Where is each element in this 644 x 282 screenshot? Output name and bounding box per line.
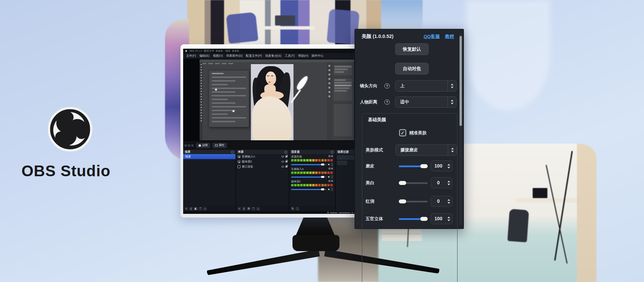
mixer-dock: 混音器 桌面音频▩▩ ⋮ <box>289 150 335 211</box>
sources-dock-header: 来源 <box>236 150 289 154</box>
menu-edit[interactable]: 编辑(E) <box>198 54 211 58</box>
skin-mode-select[interactable]: 朦胧磨皮 <box>395 144 457 156</box>
slider-handle[interactable] <box>399 199 406 203</box>
face-3d-slider[interactable] <box>399 218 428 220</box>
channel-icons[interactable]: ▩▩ <box>328 167 333 171</box>
lens-direction-select[interactable]: 上 <box>395 80 457 92</box>
captured-photoshop-window <box>200 59 354 140</box>
stepper-arrows-icon[interactable] <box>447 97 456 107</box>
smoothing-slider[interactable] <box>399 166 428 167</box>
subject-distance-select[interactable]: 适中 <box>395 96 457 108</box>
stepper-arrows-icon[interactable] <box>448 145 457 155</box>
obs-titlebar[interactable]: OBS 29.1.3 - 配置文件: 未命名 - 场景: 未命名 <box>183 49 361 53</box>
skin-mode-label: 美肤模式 <box>366 144 383 156</box>
volume-slider[interactable] <box>291 189 327 190</box>
transition-duration[interactable] <box>337 161 347 165</box>
help-icon[interactable]: ? <box>384 99 390 105</box>
stepper-arrows-icon[interactable] <box>447 81 456 91</box>
menu-docks[interactable]: 停靠部件(D) <box>225 54 245 58</box>
menu-scene-collection[interactable]: 场景集合(S) <box>264 54 283 58</box>
add-source-button[interactable]: + <box>237 207 241 210</box>
menu-plugin-center[interactable]: 插件中心 <box>310 54 325 58</box>
visibility-icon[interactable] <box>281 161 284 162</box>
remove-source-button[interactable]: ▯ <box>242 207 246 210</box>
monitor-screen: OBS 29.1.3 - 配置文件: 未命名 - 场景: 未命名 文件(F) 编… <box>183 49 361 214</box>
visibility-icon[interactable] <box>281 156 284 157</box>
mixer-options-button[interactable]: ⋮ <box>296 207 299 210</box>
subject-distance-value: 适中 <box>400 97 409 107</box>
channel-options-button[interactable]: ⋮ <box>330 187 333 191</box>
move-scene-up-button[interactable]: ⌃ <box>199 207 202 210</box>
rosiness-value: 0 <box>431 196 446 206</box>
slider-handle[interactable] <box>420 217 428 221</box>
stepper-arrows-icon[interactable] <box>447 214 450 224</box>
scene-item-selected[interactable]: 场景 <box>183 154 235 159</box>
channel-options-button[interactable]: ⋮ <box>330 162 333 167</box>
lock-icon[interactable] <box>285 166 287 168</box>
help-icon[interactable]: ? <box>384 83 390 89</box>
visibility-icon[interactable] <box>281 166 284 168</box>
properties-button[interactable]: 属性 <box>213 143 227 148</box>
volume-slider[interactable] <box>291 164 327 165</box>
dock-menu-icon[interactable] <box>331 151 333 153</box>
channel-options-button[interactable]: ⋮ <box>330 175 333 179</box>
desk-shape <box>264 26 315 30</box>
mixer-channels: 桌面音频▩▩ ⋮ 音频输入A▩▩ <box>289 154 335 206</box>
filters-button-label: 滤镜 <box>202 143 208 147</box>
rosiness-value-box[interactable]: 0 <box>431 196 452 207</box>
speaker-icon[interactable] <box>328 188 329 190</box>
panel-scrollbar-thumb[interactable] <box>460 36 462 126</box>
duplicate-scene-button[interactable]: ◧ <box>194 207 198 210</box>
obs-statusbar <box>183 211 361 214</box>
face-3d-value-box[interactable]: 100 <box>431 213 452 224</box>
menu-profile[interactable]: 配置文件(P) <box>244 54 264 58</box>
stepper-arrows-icon[interactable] <box>447 196 450 206</box>
brow-shape <box>271 76 273 76</box>
filters-button[interactable]: 滤镜 <box>196 143 210 148</box>
dock-menu-icon[interactable] <box>284 151 287 153</box>
dock-menu-icon[interactable] <box>231 151 234 153</box>
restore-defaults-button[interactable]: 恢复默认 <box>395 43 429 55</box>
source-item[interactable]: 音频输入A <box>236 154 289 159</box>
channel-icons[interactable]: ▩▩ <box>328 180 333 183</box>
precise-skin-checkbox[interactable]: ✓ <box>399 129 406 136</box>
move-scene-down-button[interactable]: ⌄ <box>203 207 207 210</box>
source-item[interactable]: 媒体源2 <box>236 159 289 164</box>
smoothing-slider-row: 磨皮 100 <box>362 160 458 172</box>
panel-scrollbar[interactable] <box>460 33 462 225</box>
qq-support-link[interactable]: QQ客服 <box>424 34 440 40</box>
menu-tools[interactable]: 工具(T) <box>283 54 297 58</box>
slider-handle[interactable] <box>420 164 428 168</box>
menu-help[interactable]: 帮助(H) <box>297 54 310 58</box>
move-source-up-button[interactable]: ⌃ <box>252 207 255 210</box>
obs-preview-canvas[interactable] <box>183 59 361 141</box>
move-source-down-button[interactable]: ⌄ <box>256 207 260 210</box>
mixer-edit-button[interactable]: ✎ <box>291 207 294 210</box>
tutorial-link[interactable]: 教程 <box>445 34 454 40</box>
channel-icons[interactable]: ▩▩ <box>328 155 333 158</box>
monitor: OBS 29.1.3 - 配置文件: 未命名 - 场景: 未命名 文件(F) 编… <box>180 44 364 218</box>
whitening-value: 0 <box>431 178 446 188</box>
speaker-icon[interactable] <box>328 176 329 178</box>
desktop-wallpaper: OBS Studio OBS 29.1.3 - 配置文件: 未命名 - 场景: … <box>0 0 644 282</box>
stepper-arrows-icon[interactable] <box>447 161 450 171</box>
lock-icon[interactable] <box>285 156 287 157</box>
menu-view[interactable]: 视图(V) <box>211 54 225 58</box>
rosiness-slider[interactable] <box>399 201 428 202</box>
whitening-slider[interactable] <box>399 182 428 184</box>
status-text-placeholder <box>330 212 337 213</box>
source-item[interactable]: 窗口采集 <box>236 164 289 169</box>
speaker-icon[interactable] <box>328 163 329 166</box>
lock-icon[interactable] <box>285 161 287 162</box>
stepper-arrows-icon[interactable] <box>447 178 450 188</box>
slider-handle[interactable] <box>399 181 406 185</box>
source-properties-button[interactable]: ⚙ <box>247 207 251 210</box>
menu-file[interactable]: 文件(F) <box>184 54 198 58</box>
whitening-value-box[interactable]: 0 <box>431 177 452 188</box>
portrait-photo <box>251 64 293 140</box>
autofocus-button[interactable]: 自动对焦 <box>395 63 429 75</box>
volume-slider[interactable] <box>291 177 327 178</box>
add-scene-button[interactable]: + <box>184 207 188 210</box>
remove-scene-button[interactable]: ▯ <box>189 207 193 210</box>
smoothing-value-box[interactable]: 100 <box>431 160 452 172</box>
